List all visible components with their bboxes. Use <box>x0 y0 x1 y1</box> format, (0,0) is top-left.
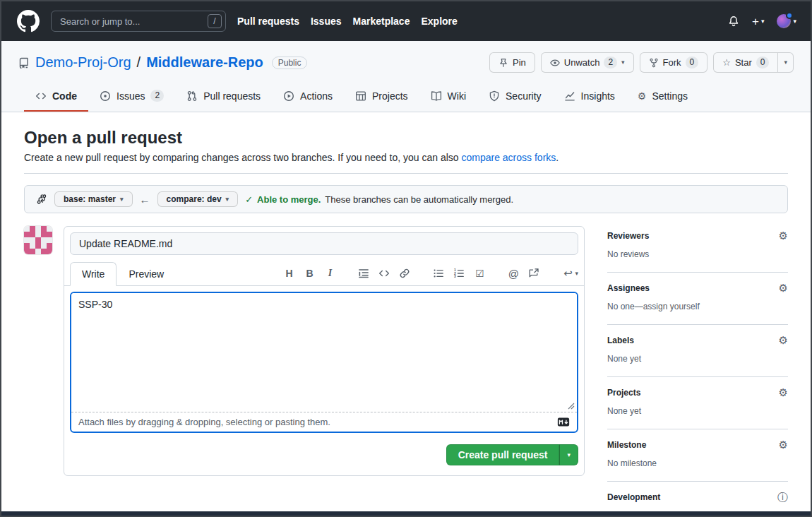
global-search[interactable]: / <box>51 11 226 32</box>
section-title: Milestone <box>607 440 646 450</box>
check-icon: ✓ <box>245 194 253 205</box>
main-content: Open a pull request Create a new pull re… <box>1 112 811 517</box>
nav-pull-requests[interactable]: Pull requests <box>237 16 299 27</box>
markdown-icon <box>557 417 570 427</box>
comment-editor: SSP-30 Attach files by dragging & droppi… <box>70 292 578 433</box>
gear-icon[interactable]: ⚙ <box>779 230 788 241</box>
reply-icon: ↩ <box>562 268 573 279</box>
discussion-sidebar: Reviewers ⚙ No reviews Assignees ⚙ No on… <box>607 226 788 517</box>
link-button[interactable] <box>399 268 410 279</box>
sidebar-section-assignees: Assignees ⚙ No one—assign yourself <box>607 273 788 325</box>
write-tab[interactable]: Write <box>70 262 117 286</box>
unwatch-button[interactable]: Unwatch 2 ▾ <box>541 52 634 73</box>
star-dropdown-button[interactable]: ▾ <box>778 52 794 73</box>
org-link[interactable]: Demo-Proj-Org <box>35 54 131 71</box>
user-avatar[interactable] <box>777 14 791 28</box>
notifications-bell-icon[interactable] <box>728 16 739 27</box>
user-menu[interactable]: ▾ <box>777 14 796 28</box>
bold-button[interactable]: B <box>304 268 315 279</box>
base-branch-selector[interactable]: base: master ▾ <box>54 191 133 207</box>
create-pull-request-button[interactable]: Create pull request <box>446 444 560 465</box>
fork-button[interactable]: Fork 0 <box>640 52 708 73</box>
github-logo-icon[interactable] <box>17 10 40 32</box>
table-icon <box>355 90 366 102</box>
bottom-edge-strip <box>1 511 811 516</box>
play-icon <box>283 90 294 102</box>
heading-button[interactable]: H <box>283 268 294 279</box>
notification-dot <box>786 12 793 19</box>
gear-icon: ⚙ <box>638 90 647 102</box>
visibility-badge: Public <box>272 57 308 69</box>
star-button[interactable]: ☆ Star 0 <box>713 52 778 73</box>
page-subtitle: Create a new pull request by comparing c… <box>24 152 788 163</box>
tab-pull-requests[interactable]: Pull requests <box>175 83 272 112</box>
tab-actions[interactable]: Actions <box>272 83 344 112</box>
gear-icon[interactable]: ⚙ <box>779 283 788 293</box>
star-count: 0 <box>756 57 770 69</box>
create-new-menu[interactable]: + ▾ <box>752 16 764 28</box>
compare-branch-selector[interactable]: compare: dev ▾ <box>157 191 239 207</box>
attach-files-area[interactable]: Attach files by dragging & dropping, sel… <box>71 412 577 432</box>
arrow-left-icon: ← <box>140 194 150 206</box>
tab-settings[interactable]: ⚙ Settings <box>626 83 699 112</box>
sidebar-section-labels: Labels ⚙ None yet <box>607 325 788 377</box>
info-icon[interactable]: ⓘ <box>777 492 788 502</box>
pr-form-column: Write Preview H B I <box>24 226 585 476</box>
section-body: None yet <box>607 352 788 365</box>
gear-icon[interactable]: ⚙ <box>779 439 788 450</box>
search-input[interactable] <box>51 11 226 32</box>
italic-button[interactable]: I <box>324 268 335 279</box>
section-title: Labels <box>607 335 634 345</box>
sidebar-section-projects: Projects ⚙ None yet <box>607 377 788 429</box>
github-open-pull-request-page: / Pull requests Issues Marketplace Explo… <box>0 0 812 517</box>
cross-reference-button[interactable] <box>528 268 539 279</box>
sidebar-section-milestone: Milestone ⚙ No milestone <box>607 429 788 482</box>
pr-form-box: Write Preview H B I <box>64 226 585 476</box>
tab-issues[interactable]: Issues 2 <box>88 83 175 112</box>
resize-grip[interactable] <box>566 401 575 410</box>
nav-issues[interactable]: Issues <box>311 16 342 27</box>
list-ordered-icon <box>453 268 465 279</box>
tab-insights[interactable]: Insights <box>553 83 626 112</box>
pr-body-textarea[interactable]: SSP-30 <box>71 293 577 412</box>
chevron-down-icon: ▾ <box>120 196 124 203</box>
quote-icon <box>358 268 369 279</box>
global-header: / Pull requests Issues Marketplace Explo… <box>1 1 811 41</box>
task-list-button[interactable]: ☑ <box>474 268 485 279</box>
sidebar-section-reviewers: Reviewers ⚙ No reviews <box>607 226 788 273</box>
mention-button[interactable]: @ <box>508 268 519 279</box>
section-title: Projects <box>607 388 640 398</box>
graph-icon <box>564 90 575 102</box>
quote-button[interactable] <box>358 268 369 279</box>
section-body: No milestone <box>607 457 788 470</box>
tab-projects[interactable]: Projects <box>344 83 419 112</box>
star-icon: ☆ <box>722 57 731 68</box>
tab-wiki[interactable]: Wiki <box>419 83 477 112</box>
gear-icon[interactable]: ⚙ <box>779 335 788 345</box>
issues-count: 2 <box>150 90 164 102</box>
watch-count: 2 <box>604 57 617 69</box>
repo-name-link[interactable]: Middleware-Repo <box>146 54 263 71</box>
create-pull-request-dropdown[interactable]: ▾ <box>559 444 578 465</box>
tab-security[interactable]: Security <box>477 83 553 112</box>
preview-tab[interactable]: Preview <box>117 262 176 286</box>
saved-replies-button[interactable]: ↩ ▾ <box>562 268 578 279</box>
section-body: None yet <box>607 405 788 417</box>
section-title: Reviewers <box>607 231 649 241</box>
tab-code[interactable]: Code <box>24 83 88 112</box>
cross-reference-icon <box>528 268 539 279</box>
submit-row: Create pull request ▾ <box>70 433 578 470</box>
repo-icon <box>18 57 30 69</box>
pr-title-input[interactable] <box>70 232 578 255</box>
nav-explore[interactable]: Explore <box>421 16 457 27</box>
gear-icon[interactable]: ⚙ <box>779 387 788 398</box>
compare-across-forks-link[interactable]: compare across forks <box>461 152 556 163</box>
nav-marketplace[interactable]: Marketplace <box>353 16 410 27</box>
pin-button[interactable]: Pin <box>489 52 535 73</box>
unordered-list-button[interactable] <box>433 268 444 279</box>
repo-title-row: Demo-Proj-Org / Middleware-Repo Public P… <box>18 52 794 73</box>
code-button[interactable] <box>378 268 390 279</box>
shield-icon <box>489 90 500 102</box>
ordered-list-button[interactable] <box>453 268 465 279</box>
chevron-down-icon: ▾ <box>761 18 765 25</box>
